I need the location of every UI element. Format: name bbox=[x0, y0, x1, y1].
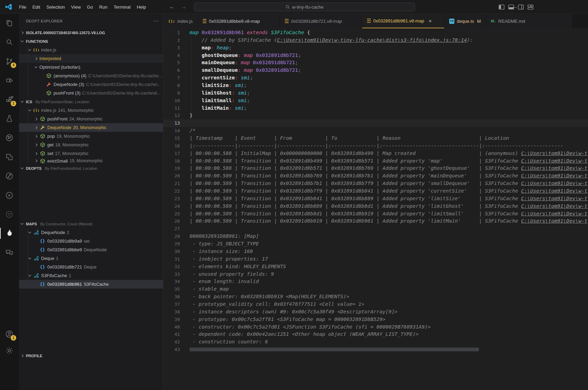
code-token: | 00:00:00.589 | Transition | 0x032891d8… bbox=[190, 203, 521, 209]
tree-item-dequenode-3-[interactable]: DequeNode (3)C:\Users\tom91\Dev\w-tiny-l… bbox=[19, 80, 163, 89]
tab-0x032891d8bbe9-v8-map[interactable]: 0x032891d8bbe9.v8-map bbox=[198, 14, 280, 28]
comments-icon[interactable] bbox=[1, 244, 18, 261]
line-content: /* bbox=[190, 127, 195, 135]
deopt-explorer-icon[interactable] bbox=[1, 225, 18, 242]
pane-header-deopts[interactable]: DEOPTSBy File/Function/Kind, Location bbox=[19, 164, 163, 173]
accounts-icon[interactable]: 1 bbox=[1, 326, 18, 342]
chevron-right-icon bbox=[21, 354, 23, 357]
command-center-search[interactable]: w-tiny-lfu-cache bbox=[194, 2, 415, 11]
line-content: - instance descriptors (own) #9: 0x00c7c… bbox=[190, 308, 397, 316]
pane-header-functions[interactable]: FUNCTIONS bbox=[19, 37, 163, 46]
code-token: map bbox=[244, 67, 253, 73]
menu-help[interactable]: Help bbox=[134, 4, 149, 10]
tab-readme-md[interactable]: M↓README.md bbox=[486, 14, 572, 28]
tree-item-0x032891d8b9a9[interactable]: {}0x032891d8b9a9set bbox=[19, 237, 163, 245]
circle-graph-icon[interactable] bbox=[1, 168, 18, 184]
tree-item-dequenode[interactable]: DequeNode2 bbox=[19, 228, 163, 237]
tree-item-detail: 18, Monomorphic bbox=[55, 143, 89, 147]
editor[interactable]: 1map 0x032891d8b961 extends S3FifoCache … bbox=[163, 28, 588, 390]
power-tools-icon[interactable] bbox=[1, 187, 18, 204]
source-control-icon[interactable]: 4 bbox=[1, 53, 18, 70]
customize-layout-icon[interactable] bbox=[528, 4, 533, 10]
menu-run[interactable]: Run bbox=[96, 4, 110, 10]
toggle-primary-sidebar-icon[interactable] bbox=[499, 4, 504, 10]
close-icon[interactable]: × bbox=[428, 18, 432, 24]
explorer-icon[interactable] bbox=[1, 15, 18, 31]
line-number: 43 bbox=[163, 346, 190, 353]
line-content: map 0x032891d8b961 extends S3FifoCache { bbox=[190, 29, 310, 37]
tree-item-pushfront[interactable]: pushFront24, Monomorphic bbox=[19, 115, 163, 123]
code-token: - stable_map bbox=[190, 286, 229, 292]
toggle-secondary-sidebar-icon[interactable] bbox=[518, 4, 524, 10]
source-link[interactable]: C:\Users\tom91\Dev\w-t bbox=[521, 150, 587, 156]
line-content: - inobject properties: 17 bbox=[190, 255, 268, 263]
pane-description: By Constructor, Count (filtered) bbox=[40, 222, 93, 226]
testing-icon[interactable] bbox=[1, 110, 18, 127]
tree-item-get[interactable]: get18, Monomorphic bbox=[19, 140, 163, 149]
minimize-button[interactable]: — bbox=[512, 0, 517, 14]
source-link[interactable]: C:\Users\tom91\Dev\w-t bbox=[521, 211, 587, 216]
tree-item-index-js[interactable]: ();index.js bbox=[19, 46, 163, 54]
pane-header-isolate[interactable]: ISOLATE-00000271B401F460-13572-V8.LOG bbox=[19, 28, 163, 37]
pane-functions: FUNCTIONS();index.jsInterpretedOptimized… bbox=[19, 37, 163, 97]
menu-selection[interactable]: Selection bbox=[43, 4, 68, 10]
pane-header-ics[interactable]: ICSBy File/Function/State, Location bbox=[19, 97, 163, 106]
tree-item-pop[interactable]: pop19, Monomorphic bbox=[19, 132, 163, 140]
pane-title: DEOPTS bbox=[26, 166, 41, 170]
pane-header-profile[interactable]: PROFILE bbox=[19, 351, 163, 360]
source-link[interactable]: C:\Users\tom91\Dev\w-t bbox=[521, 165, 587, 171]
tree-item-pushfront-3-[interactable]: pushFront (3)C:\Users\tom91\Dev\w-tiny-l… bbox=[19, 89, 163, 97]
line-number: 7 bbox=[163, 74, 190, 82]
settings-icon[interactable] bbox=[1, 342, 18, 359]
code-token: - instance size: 160 bbox=[190, 248, 253, 254]
pane-header-maps[interactable]: MAPSBy Constructor, Count (filtered) bbox=[19, 220, 163, 228]
more-actions-icon[interactable]: ⋯ bbox=[153, 18, 159, 24]
search-icon[interactable] bbox=[1, 34, 18, 50]
menu-go[interactable]: Go bbox=[84, 4, 96, 10]
tab-deque-ts[interactable]: TSdeque.tsM bbox=[444, 14, 486, 28]
tab-0x032891d8b961-v8-map[interactable]: 0x032891d8b961.v8-map× bbox=[362, 14, 444, 28]
pane-body-functions: ();index.jsInterpretedOptimized (turbofa… bbox=[19, 46, 163, 97]
tree-item-s3fifocache[interactable]: S3FifoCache1 bbox=[19, 271, 163, 280]
source-link[interactable]: C:\Users\tom91\Dev\w-t bbox=[521, 158, 587, 164]
tree-item-evictsmall[interactable]: evictSmall15, Monomorphic bbox=[19, 158, 163, 164]
horizontal-scrollbar-thumb[interactable] bbox=[190, 348, 479, 351]
code-line-23: 23| 00:00:00.589 | Transition | 0x032891… bbox=[163, 195, 588, 203]
source-link[interactable]: C:\Users\tom91\Dev\w-t bbox=[521, 196, 587, 201]
tree-item--anonymous-4-[interactable]: (anonymous) (4)C:\Users\tom91\Dev\w-tiny… bbox=[19, 71, 163, 80]
tree-item-set[interactable]: set17, Monomorphic bbox=[19, 149, 163, 158]
line-number: 40 bbox=[163, 323, 190, 331]
menu-file[interactable]: File bbox=[16, 4, 29, 10]
tree-item-0x032891d8b721[interactable]: {}0x032891d8b721Deque bbox=[19, 263, 163, 271]
tab-index-js[interactable]: ();index.js bbox=[163, 14, 198, 28]
source-link[interactable]: C:\Users\tom91\Dev\w-t bbox=[521, 203, 587, 209]
tree-item-0x032891d8b961[interactable]: {}0x032891d8b961S3FifoCache bbox=[19, 280, 163, 289]
tree-item-optimized-turbofan-[interactable]: Optimized (turbofan) bbox=[19, 63, 163, 71]
menu-terminal[interactable]: Terminal bbox=[110, 4, 134, 10]
containers-icon[interactable] bbox=[1, 206, 18, 223]
menu-edit[interactable]: Edit bbox=[29, 4, 43, 10]
line-number: 24 bbox=[163, 203, 190, 210]
code-line-14: 14/* bbox=[163, 127, 588, 135]
tree-item-0x032891d8bbe9[interactable]: {}0x032891d8bbe9DequeNode bbox=[19, 245, 163, 254]
tab-0x032891d8b721-v8-map[interactable]: 0x032891d8b721.v8-map bbox=[280, 14, 362, 28]
tree-item-dequenode[interactable]: DequeNode20, Monomorphic bbox=[19, 123, 163, 132]
source-link[interactable]: C:\Users\tom91\Dev\w-tiny-lfu-cache\dist… bbox=[277, 37, 467, 43]
remote-explorer-icon[interactable] bbox=[1, 149, 18, 165]
nav-forward-button[interactable]: → bbox=[181, 4, 186, 10]
nav-back-button[interactable]: ← bbox=[169, 4, 175, 10]
code-token: | 00:00:00.588 | InitialMap | 0x00000000… bbox=[190, 150, 521, 156]
source-link[interactable]: C:\Users\tom91\Dev\w-t bbox=[521, 173, 587, 178]
source-link[interactable]: C:\Users\tom91\Dev\w-t bbox=[521, 218, 587, 224]
source-link[interactable]: C:\Users\tom91\Dev\w-t bbox=[521, 188, 587, 194]
extensions-icon[interactable]: 1 bbox=[1, 91, 18, 108]
run-debug-icon[interactable] bbox=[1, 72, 18, 89]
source-link[interactable]: C:\Users\tom91\Dev\w-t bbox=[521, 181, 587, 186]
code-line-19: 19| 00:00:00.588 | Transition | 0x032891… bbox=[163, 165, 588, 172]
tree-item-deque[interactable]: Deque1 bbox=[19, 254, 163, 263]
tree-item-index-js[interactable]: ();index.js141, Monomorphic bbox=[19, 106, 163, 115]
tree-item-interpreted[interactable]: Interpreted bbox=[19, 54, 163, 63]
gitlens-icon[interactable] bbox=[1, 129, 18, 146]
code-token: | 00:00:00.588 | Transition | 0x032891d8… bbox=[190, 158, 521, 164]
menu-view[interactable]: View bbox=[68, 4, 84, 10]
